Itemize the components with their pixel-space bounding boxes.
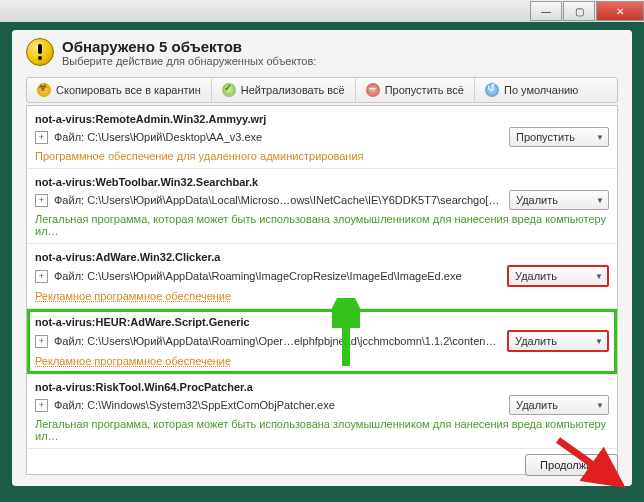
default-button[interactable]: По умолчанию [475,78,588,102]
threat-path: Файл: C:\Users\Юрий\Desktop\AA_v3.exe [54,131,501,143]
chevron-down-icon: ▼ [595,337,603,346]
chevron-down-icon: ▼ [596,401,604,410]
threat-path: Файл: C:\Users\Юрий\AppData\Local\Micros… [54,194,501,206]
dialog-title: Обнаружено 5 объектов [62,38,316,55]
default-label: По умолчанию [504,84,578,96]
dialog-subtitle: Выберите действие для обнаруженных объек… [62,55,316,67]
toolbar: Скопировать все в карантин Нейтрализоват… [26,77,618,103]
neutralize-label: Нейтрализовать всё [241,84,345,96]
threat-name: not-a-virus:AdWare.Win32.Clicker.a [35,251,609,263]
threat-row: not-a-virus:RemoteAdmin.Win32.Ammyy.wrj+… [27,106,617,169]
expand-button[interactable]: + [35,194,48,207]
threat-path: Файл: C:\Windows\System32\SppExtComObjPa… [54,399,501,411]
content-frame: Обнаружено 5 объектов Выберите действие … [12,30,632,486]
action-value: Удалить [516,399,558,411]
neutralize-icon [222,83,236,97]
action-value: Удалить [516,194,558,206]
action-dropdown[interactable]: Удалить▼ [509,395,609,415]
titlebar: — ▢ ✕ [0,0,644,22]
warning-icon [26,38,54,66]
default-icon [485,83,499,97]
threat-file-line: +Файл: C:\Users\Юрий\AppData\Roaming\Ima… [35,265,609,287]
chevron-down-icon: ▼ [596,196,604,205]
threat-classification: Программное обеспечение для удаленного а… [35,150,609,162]
threat-file-line: +Файл: C:\Windows\System32\SppExtComObjP… [35,395,609,415]
expand-button[interactable]: + [35,131,48,144]
action-dropdown[interactable]: Пропустить▼ [509,127,609,147]
expand-button[interactable]: + [35,270,48,283]
threat-row: not-a-virus:HEUR:AdWare.Script.Generic+Ф… [27,309,617,374]
threats-list: not-a-virus:RemoteAdmin.Win32.Ammyy.wrj+… [26,105,618,475]
threat-classification: Легальная программа, которая может быть … [35,418,609,442]
skip-icon [366,83,380,97]
threat-file-line: +Файл: C:\Users\Юрий\AppData\Roaming\Ope… [35,330,609,352]
maximize-button[interactable]: ▢ [563,1,595,21]
action-value: Удалить [515,270,557,282]
threat-path: Файл: C:\Users\Юрий\AppData\Roaming\Imag… [54,270,499,282]
header: Обнаружено 5 объектов Выберите действие … [12,30,632,71]
threat-name: not-a-virus:RiskTool.Win64.ProcPatcher.a [35,381,609,393]
threat-file-line: +Файл: C:\Users\Юрий\Desktop\AA_v3.exeПр… [35,127,609,147]
av-detection-dialog: — ▢ ✕ Обнаружено 5 объектов Выберите дей… [0,0,644,502]
action-dropdown[interactable]: Удалить▼ [509,190,609,210]
chevron-down-icon: ▼ [595,272,603,281]
quarantine-label: Скопировать все в карантин [56,84,201,96]
minimize-button[interactable]: — [530,1,562,21]
threat-file-line: +Файл: C:\Users\Юрий\AppData\Local\Micro… [35,190,609,210]
threat-classification: Рекламное программное обеспечение [35,290,609,302]
biohazard-icon [37,83,51,97]
threat-name: not-a-virus:WebToolbar.Win32.Searchbar.k [35,176,609,188]
threat-row: not-a-virus:AdWare.Win32.Clicker.a+Файл:… [27,244,617,309]
threat-classification: Легальная программа, которая может быть … [35,213,609,237]
threat-name: not-a-virus:HEUR:AdWare.Script.Generic [35,316,609,328]
threat-name: not-a-virus:RemoteAdmin.Win32.Ammyy.wrj [35,113,609,125]
continue-button[interactable]: Продолжить [525,454,618,476]
neutralize-all-button[interactable]: Нейтрализовать всё [212,78,356,102]
expand-button[interactable]: + [35,399,48,412]
threat-path: Файл: C:\Users\Юрий\AppData\Roaming\Oper… [54,335,499,347]
threat-row: not-a-virus:RiskTool.Win64.ProcPatcher.a… [27,374,617,449]
chevron-down-icon: ▼ [596,133,604,142]
close-button[interactable]: ✕ [596,1,644,21]
action-value: Пропустить [516,131,575,143]
action-dropdown[interactable]: Удалить▼ [507,265,609,287]
skip-all-button[interactable]: Пропустить всё [356,78,475,102]
action-value: Удалить [515,335,557,347]
skip-label: Пропустить всё [385,84,464,96]
action-dropdown[interactable]: Удалить▼ [507,330,609,352]
threat-row: not-a-virus:WebToolbar.Win32.Searchbar.k… [27,169,617,244]
expand-button[interactable]: + [35,335,48,348]
threat-classification: Рекламное программное обеспечение [35,355,609,367]
quarantine-all-button[interactable]: Скопировать все в карантин [27,78,212,102]
